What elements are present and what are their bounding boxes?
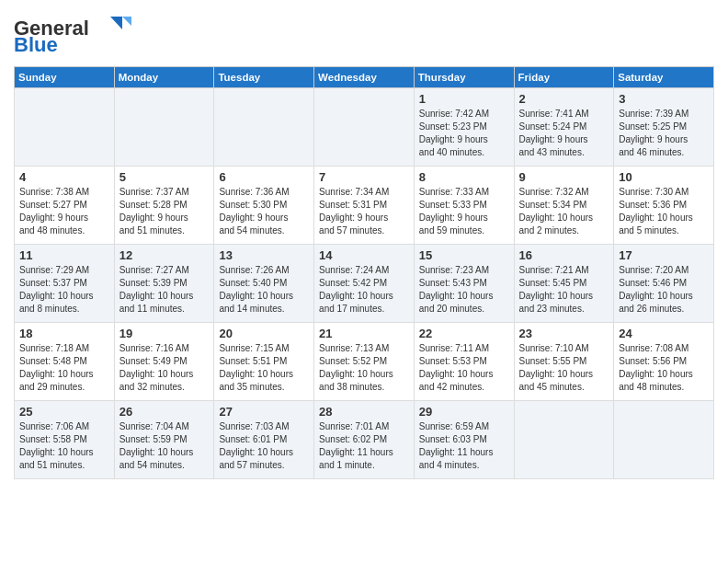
svg-marker-3 bbox=[122, 17, 131, 26]
day-number: 10 bbox=[619, 170, 709, 184]
calendar-cell: 12Sunrise: 7:27 AM Sunset: 5:39 PM Dayli… bbox=[114, 245, 214, 323]
day-number: 25 bbox=[19, 405, 109, 419]
day-number: 4 bbox=[19, 170, 109, 184]
calendar-cell: 5Sunrise: 7:37 AM Sunset: 5:28 PM Daylig… bbox=[114, 167, 214, 245]
day-number: 14 bbox=[319, 248, 409, 262]
calendar-cell: 7Sunrise: 7:34 AM Sunset: 5:31 PM Daylig… bbox=[314, 167, 415, 245]
svg-marker-2 bbox=[110, 17, 122, 29]
day-number: 7 bbox=[319, 170, 409, 184]
day-info: Sunrise: 7:23 AM Sunset: 5:43 PM Dayligh… bbox=[419, 264, 509, 316]
calendar-cell: 15Sunrise: 7:23 AM Sunset: 5:43 PM Dayli… bbox=[414, 245, 514, 323]
day-info: Sunrise: 7:10 AM Sunset: 5:55 PM Dayligh… bbox=[519, 342, 609, 394]
day-number: 26 bbox=[119, 405, 210, 419]
calendar-cell: 20Sunrise: 7:15 AM Sunset: 5:51 PM Dayli… bbox=[214, 323, 314, 401]
calendar-cell: 10Sunrise: 7:30 AM Sunset: 5:36 PM Dayli… bbox=[614, 167, 714, 245]
day-number: 16 bbox=[519, 248, 609, 262]
calendar-cell: 13Sunrise: 7:26 AM Sunset: 5:40 PM Dayli… bbox=[214, 245, 314, 323]
calendar-cell bbox=[214, 88, 314, 167]
calendar-week-3: 11Sunrise: 7:29 AM Sunset: 5:37 PM Dayli… bbox=[15, 245, 714, 323]
day-info: Sunrise: 7:27 AM Sunset: 5:39 PM Dayligh… bbox=[119, 264, 210, 316]
weekday-header-wednesday: Wednesday bbox=[314, 67, 415, 88]
day-info: Sunrise: 7:15 AM Sunset: 5:51 PM Dayligh… bbox=[219, 342, 309, 394]
calendar-cell: 11Sunrise: 7:29 AM Sunset: 5:37 PM Dayli… bbox=[15, 245, 115, 323]
calendar-cell: 16Sunrise: 7:21 AM Sunset: 5:45 PM Dayli… bbox=[514, 245, 614, 323]
day-number: 8 bbox=[419, 170, 509, 184]
day-number: 15 bbox=[419, 248, 509, 262]
day-number: 18 bbox=[19, 327, 109, 340]
svg-text:Blue: Blue bbox=[14, 33, 58, 55]
day-number: 1 bbox=[419, 92, 509, 106]
calendar-cell: 28Sunrise: 7:01 AM Sunset: 6:02 PM Dayli… bbox=[314, 401, 415, 479]
day-info: Sunrise: 7:30 AM Sunset: 5:36 PM Dayligh… bbox=[619, 186, 709, 237]
calendar-cell: 4Sunrise: 7:38 AM Sunset: 5:27 PM Daylig… bbox=[15, 167, 115, 245]
calendar-cell: 29Sunrise: 6:59 AM Sunset: 6:03 PM Dayli… bbox=[414, 401, 514, 479]
day-info: Sunrise: 7:39 AM Sunset: 5:25 PM Dayligh… bbox=[619, 108, 709, 159]
calendar-cell: 26Sunrise: 7:04 AM Sunset: 5:59 PM Dayli… bbox=[114, 401, 214, 479]
day-number: 17 bbox=[619, 248, 709, 262]
day-info: Sunrise: 7:32 AM Sunset: 5:34 PM Dayligh… bbox=[519, 186, 609, 237]
calendar-week-2: 4Sunrise: 7:38 AM Sunset: 5:27 PM Daylig… bbox=[15, 167, 714, 245]
day-info: Sunrise: 7:24 AM Sunset: 5:42 PM Dayligh… bbox=[319, 264, 409, 316]
page-header: General Blue bbox=[14, 9, 714, 59]
calendar-cell bbox=[514, 401, 614, 479]
day-info: Sunrise: 7:11 AM Sunset: 5:53 PM Dayligh… bbox=[419, 342, 509, 394]
weekday-header-sunday: Sunday bbox=[15, 67, 115, 88]
day-info: Sunrise: 7:01 AM Sunset: 6:02 PM Dayligh… bbox=[319, 420, 409, 472]
day-info: Sunrise: 7:08 AM Sunset: 5:56 PM Dayligh… bbox=[619, 342, 709, 394]
day-number: 22 bbox=[419, 327, 509, 340]
calendar-cell: 22Sunrise: 7:11 AM Sunset: 5:53 PM Dayli… bbox=[414, 323, 514, 401]
day-info: Sunrise: 7:42 AM Sunset: 5:23 PM Dayligh… bbox=[419, 108, 509, 159]
day-info: Sunrise: 7:38 AM Sunset: 5:27 PM Dayligh… bbox=[19, 186, 109, 237]
day-number: 24 bbox=[619, 327, 709, 340]
day-number: 9 bbox=[519, 170, 609, 184]
day-number: 12 bbox=[119, 248, 210, 262]
calendar-cell bbox=[314, 88, 415, 167]
weekday-header-monday: Monday bbox=[114, 67, 214, 88]
calendar-cell: 3Sunrise: 7:39 AM Sunset: 5:25 PM Daylig… bbox=[614, 88, 714, 167]
day-number: 2 bbox=[519, 92, 609, 106]
day-number: 11 bbox=[19, 248, 109, 262]
calendar-cell: 14Sunrise: 7:24 AM Sunset: 5:42 PM Dayli… bbox=[314, 245, 415, 323]
calendar-cell: 17Sunrise: 7:20 AM Sunset: 5:46 PM Dayli… bbox=[614, 245, 714, 323]
day-info: Sunrise: 7:21 AM Sunset: 5:45 PM Dayligh… bbox=[519, 264, 609, 316]
weekday-header-thursday: Thursday bbox=[414, 67, 514, 88]
day-number: 27 bbox=[219, 405, 309, 419]
calendar-cell bbox=[114, 88, 214, 167]
logo: General Blue bbox=[14, 9, 133, 59]
day-info: Sunrise: 7:04 AM Sunset: 5:59 PM Dayligh… bbox=[119, 420, 210, 472]
weekday-header-friday: Friday bbox=[514, 67, 614, 88]
weekday-header-tuesday: Tuesday bbox=[214, 67, 314, 88]
day-info: Sunrise: 7:16 AM Sunset: 5:49 PM Dayligh… bbox=[119, 342, 210, 394]
calendar-cell: 24Sunrise: 7:08 AM Sunset: 5:56 PM Dayli… bbox=[614, 323, 714, 401]
day-number: 3 bbox=[619, 92, 709, 106]
calendar-week-5: 25Sunrise: 7:06 AM Sunset: 5:58 PM Dayli… bbox=[15, 401, 714, 479]
calendar-cell: 1Sunrise: 7:42 AM Sunset: 5:23 PM Daylig… bbox=[414, 88, 514, 167]
day-info: Sunrise: 7:41 AM Sunset: 5:24 PM Dayligh… bbox=[519, 108, 609, 159]
day-number: 21 bbox=[319, 327, 409, 340]
day-number: 29 bbox=[419, 405, 509, 419]
calendar-cell: 2Sunrise: 7:41 AM Sunset: 5:24 PM Daylig… bbox=[514, 88, 614, 167]
day-info: Sunrise: 6:59 AM Sunset: 6:03 PM Dayligh… bbox=[419, 420, 509, 472]
day-info: Sunrise: 7:06 AM Sunset: 5:58 PM Dayligh… bbox=[19, 420, 109, 472]
day-number: 28 bbox=[319, 405, 409, 419]
calendar-cell: 25Sunrise: 7:06 AM Sunset: 5:58 PM Dayli… bbox=[15, 401, 115, 479]
day-info: Sunrise: 7:34 AM Sunset: 5:31 PM Dayligh… bbox=[319, 186, 409, 237]
calendar-cell: 21Sunrise: 7:13 AM Sunset: 5:52 PM Dayli… bbox=[314, 323, 415, 401]
day-info: Sunrise: 7:03 AM Sunset: 6:01 PM Dayligh… bbox=[219, 420, 309, 472]
day-info: Sunrise: 7:26 AM Sunset: 5:40 PM Dayligh… bbox=[219, 264, 309, 316]
calendar-cell: 27Sunrise: 7:03 AM Sunset: 6:01 PM Dayli… bbox=[214, 401, 314, 479]
day-number: 6 bbox=[219, 170, 309, 184]
calendar-cell: 9Sunrise: 7:32 AM Sunset: 5:34 PM Daylig… bbox=[514, 167, 614, 245]
calendar-cell: 23Sunrise: 7:10 AM Sunset: 5:55 PM Dayli… bbox=[514, 323, 614, 401]
day-info: Sunrise: 7:18 AM Sunset: 5:48 PM Dayligh… bbox=[19, 342, 109, 394]
calendar-cell: 8Sunrise: 7:33 AM Sunset: 5:33 PM Daylig… bbox=[414, 167, 514, 245]
day-info: Sunrise: 7:33 AM Sunset: 5:33 PM Dayligh… bbox=[419, 186, 509, 237]
calendar-week-4: 18Sunrise: 7:18 AM Sunset: 5:48 PM Dayli… bbox=[15, 323, 714, 401]
calendar-week-1: 1Sunrise: 7:42 AM Sunset: 5:23 PM Daylig… bbox=[15, 88, 714, 167]
day-number: 19 bbox=[119, 327, 210, 340]
calendar-header-row: SundayMondayTuesdayWednesdayThursdayFrid… bbox=[15, 67, 714, 88]
calendar-cell bbox=[614, 401, 714, 479]
day-info: Sunrise: 7:20 AM Sunset: 5:46 PM Dayligh… bbox=[619, 264, 709, 316]
day-info: Sunrise: 7:29 AM Sunset: 5:37 PM Dayligh… bbox=[19, 264, 109, 316]
day-number: 20 bbox=[219, 327, 309, 340]
